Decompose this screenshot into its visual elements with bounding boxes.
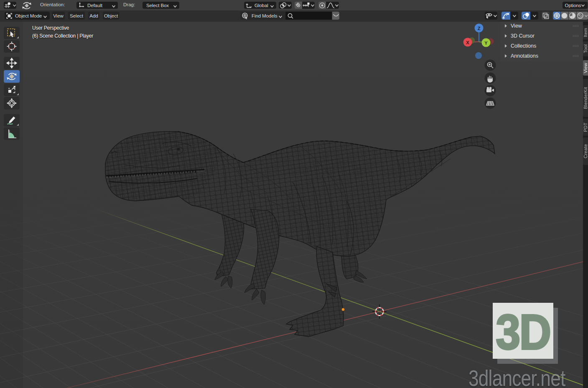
svg-text:Y: Y (484, 41, 488, 46)
svg-text:Z: Z (478, 26, 481, 31)
svg-text:X: X (466, 40, 469, 45)
